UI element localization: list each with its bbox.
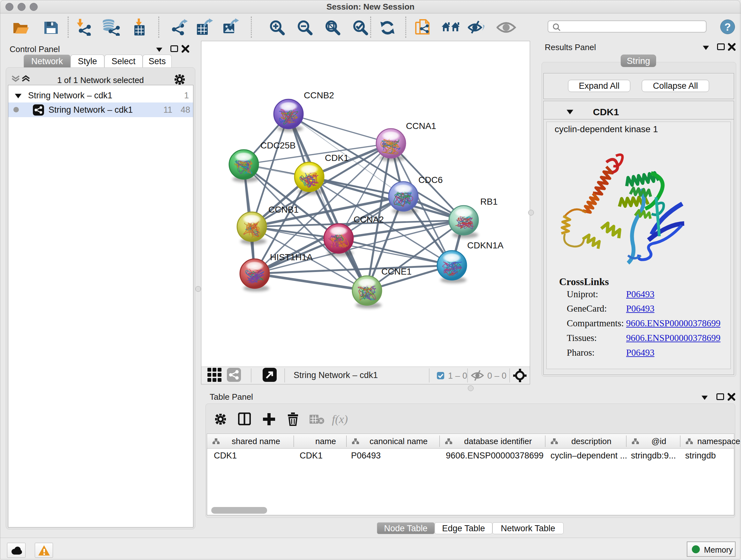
svg-text:CDK1: CDK1 — [325, 153, 349, 163]
svg-text:CDC25B: CDC25B — [260, 140, 295, 150]
svg-text:CDKN1A: CDKN1A — [467, 240, 503, 250]
svg-text:CCNB1: CCNB1 — [268, 205, 299, 214]
svg-text:CDC6: CDC6 — [418, 175, 443, 185]
svg-text:CCNE1: CCNE1 — [381, 266, 412, 276]
svg-text:CCNA2: CCNA2 — [354, 214, 384, 225]
svg-text:CCNA1: CCNA1 — [406, 121, 436, 131]
svg-text:RB1: RB1 — [480, 197, 497, 206]
svg-text:CCNB2: CCNB2 — [304, 90, 334, 100]
svg-text:HIST1H1A: HIST1H1A — [270, 252, 313, 262]
